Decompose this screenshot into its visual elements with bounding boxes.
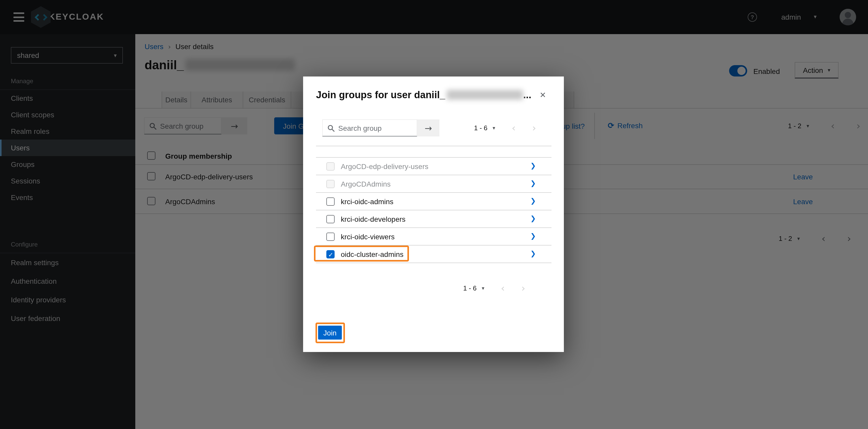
modal-title: Join groups for user daniil_... (316, 89, 531, 101)
modal-search-submit-button[interactable]: → (417, 119, 439, 137)
group-row: ArgoCDAdmins ❯ (316, 175, 552, 193)
group-checkbox[interactable] (326, 233, 335, 241)
pagination-range: 1 - 6 (463, 284, 476, 292)
chevron-right-icon[interactable]: ❯ (530, 179, 536, 187)
modal-pagination-bottom: 1 - 6 ▾ ‹ › (463, 283, 525, 293)
chevron-right-icon[interactable]: ❯ (530, 197, 536, 205)
modal-group-search (322, 119, 417, 137)
pagination-range: 1 - 6 (474, 124, 488, 132)
modal-pagination-top: 1 - 6 ▾ ‹ › (474, 123, 536, 133)
list-header-spacer (316, 146, 552, 158)
group-checkbox[interactable] (326, 250, 335, 258)
group-checkbox[interactable] (326, 180, 335, 188)
page-prev-icon[interactable]: ‹ (501, 283, 505, 293)
chevron-right-icon[interactable]: ❯ (530, 232, 536, 240)
redacted-username (447, 90, 523, 100)
group-checkbox[interactable] (326, 215, 335, 223)
group-checkbox[interactable] (326, 162, 335, 171)
join-button[interactable]: Join (318, 325, 342, 340)
page-next-icon[interactable]: › (532, 123, 536, 133)
chevron-right-icon[interactable]: ❯ (530, 250, 536, 257)
group-row: krci-oidc-developers ❯ (316, 210, 552, 228)
group-checkbox[interactable] (326, 197, 335, 206)
chevron-right-icon[interactable]: ❯ (530, 214, 536, 222)
search-icon (328, 124, 335, 132)
chevron-right-icon[interactable]: ❯ (530, 162, 536, 170)
group-row: krci-oidc-viewers ❯ (316, 228, 552, 246)
close-icon[interactable]: ✕ (539, 90, 546, 100)
group-row: ArgoCD-edp-delivery-users ❯ (316, 158, 552, 175)
join-groups-modal: Join groups for user daniil_... ✕ → 1 - … (303, 77, 564, 352)
modal-search-group-input[interactable] (338, 124, 412, 132)
page-prev-icon[interactable]: ‹ (512, 123, 516, 133)
keycloak-admin-console: KEYCLOAK ? admin ▾ shared ▾ Manage Clien… (0, 0, 868, 429)
group-row: krci-oidc-admins ❯ (316, 193, 552, 210)
pagination-caret-icon[interactable]: ▾ (493, 125, 495, 131)
group-row-selected: oidc-cluster-admins ❯ (316, 246, 552, 263)
modal-group-list: ArgoCD-edp-delivery-users ❯ ArgoCDAdmins… (316, 146, 552, 263)
pagination-caret-icon[interactable]: ▾ (482, 285, 484, 291)
page-next-icon[interactable]: › (521, 283, 525, 293)
